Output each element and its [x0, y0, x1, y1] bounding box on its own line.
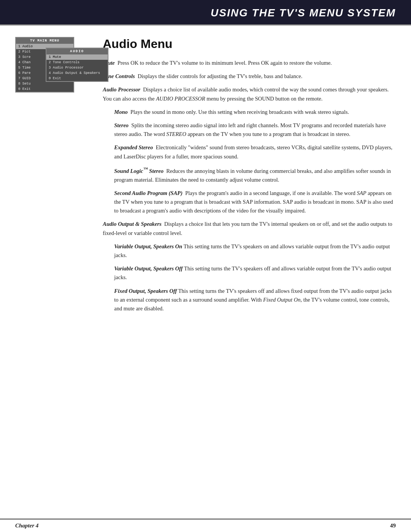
sound-logic-paragraph: Sound Logic™ Stereo Reduces the annoying…	[114, 166, 396, 184]
audio-submenu: AUDIO 1 Mute 2 Tone Controls 3 Audio Pro…	[46, 48, 108, 82]
expanded-stereo-paragraph: Expanded Stereo Electronically "widens" …	[114, 143, 396, 161]
audio-processor-paragraph: Audio Processor Displays a choice list o…	[103, 85, 396, 103]
variable-output-off-paragraph: Variable Output, Speakers Off This setti…	[114, 264, 396, 282]
audio-processor-italic: AUDIO PROCESSOR	[156, 96, 205, 102]
footer-page-number: 49	[390, 522, 396, 529]
tone-controls-paragraph: Tone Controls Displays the slider contro…	[103, 72, 396, 81]
sap-italic: SAP	[357, 190, 366, 196]
fixed-output-off-term: Fixed Output, Speakers Off	[114, 288, 177, 294]
audio-menu-section-title: Audio Menu	[103, 37, 396, 51]
main-content: TV MAIN MENU 1 Audio 2 Pict 3 Scre 4 Cha…	[0, 26, 411, 329]
page-footer: Chapter 4 49	[0, 519, 411, 532]
mute-paragraph: Mute Press OK to reduce the TV's volume …	[103, 59, 396, 67]
fixed-output-off-paragraph: Fixed Output, Speakers Off This setting …	[114, 287, 396, 313]
audio-processor-term: Audio Processor	[103, 86, 140, 93]
audio-menu-title: AUDIO	[46, 48, 108, 54]
audio-menu-item-4: 4 Audio Output & Speakers	[46, 70, 108, 76]
footer-chapter-label: Chapter 4	[15, 522, 38, 529]
variable-output-on-term: Variable Output, Speakers On	[114, 243, 182, 249]
stereo-italic: STEREO	[166, 131, 186, 137]
mono-paragraph: Mono Plays the sound in mono only. Use t…	[114, 108, 396, 117]
variable-output-on-paragraph: Variable Output, Speakers On This settin…	[114, 242, 396, 260]
menu-screenshots: TV MAIN MENU 1 Audio 2 Pict 3 Scre 4 Cha…	[15, 37, 91, 121]
audio-output-paragraph: Audio Output & Speakers Displays a choic…	[103, 220, 396, 237]
fixed-output-on-italic: Fixed Output On	[263, 297, 300, 303]
expanded-stereo-term: Expanded Stereo	[114, 144, 153, 150]
sap-term: Second Audio Program (SAP)	[114, 190, 183, 196]
mono-term: Mono	[114, 109, 127, 115]
stereo-term: Stereo	[114, 122, 129, 128]
content-area: Audio Menu Mute Press OK to reduce the T…	[103, 37, 396, 318]
page-title-header: Using the TV's Menu System	[15, 7, 396, 19]
audio-menu-item-0: 0 Exit	[46, 76, 108, 81]
tv-menu-item-8: 8 Setu	[16, 81, 73, 86]
sound-logic-term: Sound Logic™ Stereo	[114, 168, 164, 174]
audio-menu-item-1: 1 Mute	[46, 54, 108, 60]
variable-output-off-term: Variable Output, Speakers Off	[114, 265, 183, 272]
sap-paragraph: Second Audio Program (SAP) Plays the pro…	[114, 189, 396, 216]
audio-output-term: Audio Output & Speakers	[103, 221, 161, 227]
page-header: Using the TV's Menu System	[0, 0, 411, 24]
content-body: Mute Press OK to reduce the TV's volume …	[103, 59, 396, 313]
tv-menu-item-0: 0 Exit	[16, 86, 73, 92]
audio-menu-item-3: 3 Audio Processor	[46, 65, 108, 70]
audio-menu-item-2: 2 Tone Controls	[46, 60, 108, 65]
tv-main-menu-title: TV MAIN MENU	[16, 38, 73, 44]
stereo-paragraph: Stereo Splits the incoming stereo audio …	[114, 121, 396, 139]
